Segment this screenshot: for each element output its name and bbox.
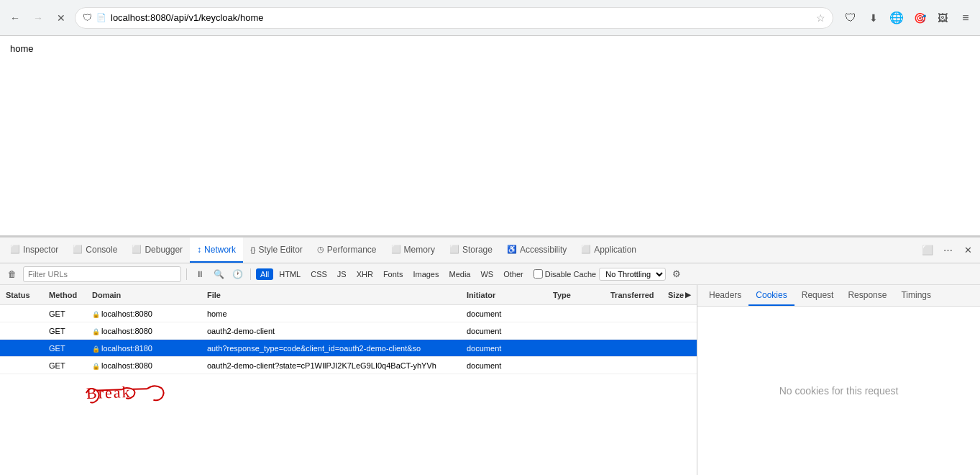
tab-console[interactable]: ⬜ Console: [65, 238, 124, 263]
header-file: File: [204, 291, 464, 299]
cell-method: GET: [46, 361, 89, 370]
filter-urls-input[interactable]: [23, 266, 181, 282]
filter-xhr[interactable]: XHR: [352, 268, 377, 280]
filter-css[interactable]: CSS: [306, 268, 331, 280]
network-main: Status Method Domain File Initiator Type…: [0, 285, 980, 475]
address-bar: 🛡 📄 ☆: [75, 7, 833, 29]
detail-tab-timings[interactable]: Timings: [894, 285, 938, 306]
cell-file: home: [204, 309, 464, 318]
table-row[interactable]: GET 🔒localhost:8180 auth?response_type=c…: [0, 340, 697, 357]
dock-button[interactable]: ⬜: [918, 241, 937, 260]
memory-icon: ⬜: [391, 245, 401, 254]
tab-storage[interactable]: ⬜ Storage: [442, 238, 500, 263]
filter-all[interactable]: All: [256, 268, 273, 280]
header-transferred: Transferred: [608, 291, 665, 299]
cell-domain: 🔒localhost:8180: [89, 344, 204, 353]
style-editor-icon: {}: [250, 245, 255, 254]
filter-ws[interactable]: WS: [476, 268, 498, 280]
tab-style-editor[interactable]: {} Style Editor: [243, 238, 310, 263]
size-icon: ▶: [685, 291, 691, 299]
cell-domain: 🔒localhost:8080: [89, 309, 204, 318]
pause-button[interactable]: ⏸: [192, 266, 208, 282]
disable-cache-checkbox[interactable]: [533, 269, 543, 279]
lock-icon: 🔒: [92, 311, 100, 318]
detail-content: No cookies for this request: [697, 307, 980, 475]
tab-debugger[interactable]: ⬜ Debugger: [124, 238, 190, 263]
table-row[interactable]: GET 🔒localhost:8080 oauth2-demo-client?s…: [0, 357, 697, 374]
throttle-select[interactable]: No Throttling: [599, 268, 666, 281]
filter-images[interactable]: Images: [408, 268, 443, 280]
filter-type-tabs: All HTML CSS JS XHR Fonts Images Media W…: [256, 268, 528, 280]
devtools-right-controls: ⬜ ⋯ ✕: [918, 241, 977, 260]
extension-icon[interactable]: 🎯: [911, 9, 928, 27]
cell-method: GET: [46, 309, 89, 318]
back-button[interactable]: ←: [6, 9, 24, 27]
header-type: Type: [550, 291, 608, 299]
header-method: Method: [46, 291, 89, 299]
close-devtools-button[interactable]: ✕: [958, 241, 977, 260]
forward-button[interactable]: →: [29, 9, 47, 27]
screenshot-icon[interactable]: 🖼: [934, 9, 951, 27]
settings-gear-button[interactable]: ⚙: [669, 266, 684, 282]
devtools-tab-bar: ⬜ Inspector ⬜ Console ⬜ Debugger ↕ Netwo…: [0, 238, 980, 263]
tab-network[interactable]: ↕ Network: [190, 238, 243, 263]
clear-button[interactable]: 🗑: [4, 266, 20, 282]
no-cookies-message: No cookies for this request: [779, 385, 899, 397]
detail-tab-request[interactable]: Request: [794, 285, 841, 306]
separator-1: [186, 268, 187, 280]
cell-file: oauth2-demo-client: [204, 327, 464, 335]
download-icon[interactable]: ⬇: [865, 9, 882, 27]
tab-memory[interactable]: ⬜ Memory: [384, 238, 442, 263]
cell-file: oauth2-demo-client?state=cP1WIlPJI2K7LeG…: [204, 361, 464, 370]
lock-icon: 🔒: [92, 345, 100, 353]
clock-button[interactable]: 🕐: [229, 266, 245, 282]
firefox-icon[interactable]: 🌐: [888, 9, 905, 27]
url-input[interactable]: [111, 12, 812, 23]
tab-inspector[interactable]: ⬜ Inspector: [3, 238, 65, 263]
header-domain: Domain: [89, 291, 204, 299]
filter-js[interactable]: JS: [333, 268, 351, 280]
filter-media[interactable]: Media: [444, 268, 475, 280]
page-text: home: [10, 43, 34, 54]
more-button[interactable]: ⋯: [938, 241, 957, 260]
network-icon: ↕: [197, 245, 201, 255]
bookmark-icon[interactable]: ☆: [816, 12, 825, 24]
table-row[interactable]: GET 🔒localhost:8080 oauth2-demo-client d…: [0, 322, 697, 340]
disable-cache-label[interactable]: Disable Cache: [533, 269, 597, 279]
detail-tab-response[interactable]: Response: [841, 285, 894, 306]
header-initiator: Initiator: [464, 291, 550, 299]
filter-html[interactable]: HTML: [275, 268, 305, 280]
search-button[interactable]: 🔍: [211, 266, 226, 282]
accessibility-icon: ♿: [507, 245, 517, 254]
detail-panel: Headers Cookies Request Response Timings…: [697, 285, 980, 475]
cell-initiator: document: [464, 361, 550, 370]
application-icon: ⬜: [581, 245, 591, 254]
cell-initiator: document: [464, 309, 550, 318]
cell-method: GET: [46, 344, 89, 353]
tab-accessibility[interactable]: ♿ Accessibility: [500, 238, 574, 263]
table-body: GET 🔒localhost:8080 home document GET 🔒l: [0, 305, 697, 475]
console-icon: ⬜: [73, 245, 83, 254]
cell-domain: 🔒localhost:8080: [89, 327, 204, 335]
storage-icon: ⬜: [449, 245, 459, 254]
tab-performance[interactable]: ◷ Performance: [310, 238, 384, 263]
pocket-icon[interactable]: 🛡: [842, 9, 859, 27]
url-lock-icon: 📄: [96, 13, 106, 22]
filter-fonts[interactable]: Fonts: [379, 268, 408, 280]
header-size: Size ▶: [665, 291, 694, 299]
table-row[interactable]: GET 🔒localhost:8080 home document: [0, 305, 697, 322]
devtools: ⬜ Inspector ⬜ Console ⬜ Debugger ↕ Netwo…: [0, 236, 980, 475]
request-list: Status Method Domain File Initiator Type…: [0, 285, 697, 475]
detail-tab-cookies[interactable]: Cookies: [748, 285, 794, 306]
cell-file: auth?response_type=code&client_id=oauth2…: [204, 344, 464, 353]
separator-2: [250, 268, 251, 280]
lock-icon: 🔒: [92, 363, 100, 370]
menu-icon[interactable]: ≡: [957, 9, 974, 27]
lock-icon: 🔒: [92, 328, 100, 335]
detail-tab-headers[interactable]: Headers: [702, 285, 748, 306]
filter-other[interactable]: Other: [499, 268, 528, 280]
browser-chrome: ← → ✕ 🛡 📄 ☆ 🛡 ⬇ 🌐 🎯 🖼 ≡: [0, 0, 980, 36]
page-content: home: [0, 36, 980, 236]
reload-button[interactable]: ✕: [52, 9, 70, 27]
tab-application[interactable]: ⬜ Application: [574, 238, 644, 263]
